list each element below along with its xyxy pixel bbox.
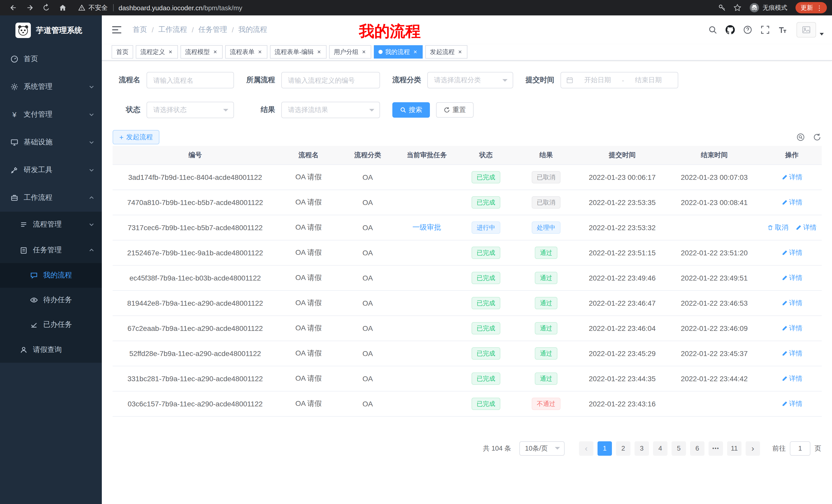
address-bar[interactable]: 不安全 dashboard.yudao.iocoder.cn/bpm/task/… xyxy=(78,3,714,12)
more-pages-button[interactable]: ••• xyxy=(709,441,723,455)
table-row: 7317cec6-7b9b-11ec-b5b7-acde48001122OA 请… xyxy=(113,215,822,240)
close-icon[interactable]: × xyxy=(361,48,367,55)
owner-process-input[interactable] xyxy=(281,72,380,88)
breadcrumb-separator: / xyxy=(232,26,234,34)
detail-link[interactable]: 详情 xyxy=(781,348,802,358)
date-range-picker[interactable]: 开始日期 - 结束日期 xyxy=(561,72,678,88)
sidebar-item-infrastructure[interactable]: 基础设施 xyxy=(0,129,102,156)
table-row: 03c6c157-7b9a-11ec-a290-acde48001122OA 请… xyxy=(113,391,822,416)
tab-user-group[interactable]: 用户分组× xyxy=(329,45,371,59)
breadcrumb-home[interactable]: 首页 xyxy=(133,25,147,34)
cell-end-time: 2022-01-22 23:49:51 xyxy=(667,265,762,290)
detail-link[interactable]: 详情 xyxy=(781,172,802,181)
back-icon[interactable] xyxy=(9,4,18,12)
page-size-select[interactable]: 10条/页 xyxy=(519,441,565,455)
help-icon[interactable] xyxy=(743,25,752,34)
pagination-total: 共 104 条 xyxy=(483,444,511,453)
cell-process-name: OA 请假 xyxy=(278,341,339,366)
tab-home[interactable]: 首页 xyxy=(111,45,133,59)
sidebar-item-payment[interactable]: ¥ 支付管理 xyxy=(0,101,102,129)
page-button-2[interactable]: 2 xyxy=(616,441,630,455)
page-button-5[interactable]: 5 xyxy=(672,441,686,455)
page-button-11[interactable]: 11 xyxy=(727,441,742,455)
hamburger-icon[interactable] xyxy=(112,26,121,33)
breadcrumb-workflow[interactable]: 工作流程 xyxy=(158,25,187,34)
status-select[interactable]: 请选择状态 xyxy=(147,102,234,118)
cell-process-id: 7317cec6-7b9b-11ec-b5b7-acde48001122 xyxy=(113,215,278,240)
sidebar-item-my-process[interactable]: 我的流程 xyxy=(0,263,102,288)
reset-button[interactable]: 重置 xyxy=(436,102,474,118)
page-button-1[interactable]: 1 xyxy=(598,441,612,455)
sidebar-item-system[interactable]: 系统管理 xyxy=(0,73,102,101)
result-select[interactable]: 请选择流结果 xyxy=(281,102,380,118)
sidebar-item-leave-query[interactable]: 请假查询 xyxy=(0,337,102,363)
search-button[interactable]: 搜索 xyxy=(392,102,430,118)
detail-link[interactable]: 详情 xyxy=(781,324,802,333)
detail-link[interactable]: 详情 xyxy=(781,248,802,257)
sidebar-item-dev-tools[interactable]: 研发工具 xyxy=(0,156,102,184)
sidebar-item-task-management[interactable]: 任务管理 xyxy=(0,237,102,263)
status-badge: 已完成 xyxy=(471,297,500,309)
detail-link[interactable]: 详情 xyxy=(781,198,802,207)
user-avatar-menu[interactable] xyxy=(797,22,824,37)
detail-link[interactable]: 详情 xyxy=(781,374,802,383)
close-icon[interactable]: × xyxy=(412,48,418,55)
reload-icon[interactable] xyxy=(42,4,50,12)
search-icon[interactable] xyxy=(708,25,717,34)
edit-icon xyxy=(781,174,787,180)
logo[interactable]: 芋道管理系统 xyxy=(0,16,102,45)
sidebar-item-home[interactable]: 首页 xyxy=(0,45,102,73)
browser-menu-icon[interactable]: ⋮ xyxy=(816,4,823,11)
breadcrumb-task-management[interactable]: 任务管理 xyxy=(199,25,227,34)
home-icon[interactable] xyxy=(59,4,67,12)
font-size-icon[interactable] xyxy=(778,25,787,34)
tab-process-form-edit[interactable]: 流程表单-编辑× xyxy=(270,45,327,59)
cell-actions: 详情 xyxy=(762,315,822,341)
prev-page-button[interactable]: ‹ xyxy=(579,441,593,455)
result-badge: 已取消 xyxy=(532,171,561,183)
browser-update-button[interactable]: 更新 ⋮ xyxy=(796,2,827,13)
next-page-button[interactable]: › xyxy=(746,441,760,455)
sidebar-item-done-tasks[interactable]: 已办任务 xyxy=(0,312,102,337)
sidebar-item-todo-tasks[interactable]: 待办任务 xyxy=(0,288,102,312)
process-name-input[interactable] xyxy=(147,72,234,88)
tab-process-form[interactable]: 流程表单× xyxy=(225,45,267,59)
cancel-link[interactable]: 取消 xyxy=(767,223,788,232)
incognito-profile[interactable]: 无痕模式 xyxy=(749,3,787,13)
page-button-3[interactable]: 3 xyxy=(634,441,649,455)
refresh-table-icon[interactable] xyxy=(813,133,821,141)
forward-icon[interactable] xyxy=(26,4,34,12)
caret-down-icon xyxy=(555,447,560,450)
tab-my-process[interactable]: 我的流程× xyxy=(374,45,423,59)
password-key-icon[interactable] xyxy=(718,4,726,12)
page-button-4[interactable]: 4 xyxy=(653,441,668,455)
tab-process-model[interactable]: 流程模型× xyxy=(181,45,223,59)
close-icon[interactable]: × xyxy=(257,48,263,55)
page-button-6[interactable]: 6 xyxy=(690,441,704,455)
close-icon[interactable]: × xyxy=(212,48,218,55)
detail-link[interactable]: 详情 xyxy=(796,223,816,232)
detail-link[interactable]: 详情 xyxy=(781,298,802,307)
calendar-icon xyxy=(566,77,573,84)
detail-link[interactable]: 详情 xyxy=(781,273,802,282)
cell-submit-time: 2022-01-22 23:46:04 xyxy=(578,315,667,341)
profile-label: 无痕模式 xyxy=(762,3,787,12)
fullscreen-icon[interactable] xyxy=(760,25,770,34)
sidebar-item-workflow[interactable]: 工作流程 xyxy=(0,184,102,212)
close-icon[interactable]: × xyxy=(457,48,463,55)
toggle-search-icon[interactable] xyxy=(797,133,805,141)
current-task-link[interactable]: 一级审批 xyxy=(412,223,441,231)
close-icon[interactable]: × xyxy=(316,48,322,55)
github-icon[interactable] xyxy=(726,25,735,34)
category-select[interactable]: 请选择流程分类 xyxy=(427,72,513,88)
close-icon[interactable]: × xyxy=(167,48,173,55)
detail-link[interactable]: 详情 xyxy=(781,399,802,408)
gear-icon xyxy=(10,83,19,91)
tab-process-definition[interactable]: 流程定义× xyxy=(136,45,178,59)
edit-icon xyxy=(781,199,787,205)
bookmark-star-icon[interactable] xyxy=(733,4,742,12)
start-process-button[interactable]: + 发起流程 xyxy=(113,130,159,144)
goto-page-input[interactable] xyxy=(790,441,810,455)
sidebar-item-process-management[interactable]: 流程管理 xyxy=(0,212,102,237)
tab-start-process[interactable]: 发起流程× xyxy=(425,45,467,59)
